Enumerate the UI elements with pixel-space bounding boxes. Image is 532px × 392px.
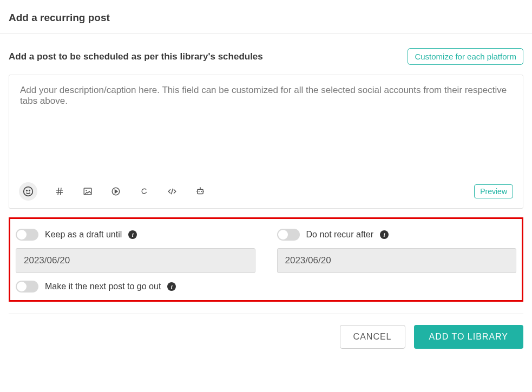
code-icon[interactable] [166,185,178,197]
draft-date-input[interactable] [16,248,255,273]
draft-toggle[interactable] [16,229,38,241]
info-icon[interactable]: i [167,282,176,291]
subheader-text: Add a post to be scheduled as per this l… [9,51,263,62]
nextpost-label: Make it the next post to go out [45,282,161,291]
add-to-library-button[interactable]: ADD TO LIBRARY [414,325,524,349]
norecur-toggle[interactable] [277,229,300,241]
image-icon[interactable] [82,185,94,197]
svg-line-6 [61,188,62,195]
ai-robot-icon[interactable] [194,185,206,197]
svg-point-8 [86,190,87,191]
emoji-icon[interactable] [19,182,37,201]
customize-per-platform-button[interactable]: Customize for each platform [408,48,523,65]
draft-label: Keep as a draft until [45,230,122,240]
preview-button[interactable]: Preview [474,184,513,198]
nextpost-toggle[interactable] [16,281,38,293]
info-icon[interactable]: i [380,230,389,239]
editor-toolbar: Preview [9,178,523,208]
info-icon[interactable]: i [128,230,137,239]
svg-line-11 [172,189,173,195]
svg-point-14 [201,191,202,192]
canva-icon[interactable] [138,185,150,197]
options-highlight-box: Keep as a draft until i Do not recur aft… [9,217,523,302]
svg-marker-10 [115,190,118,193]
page-title: Add a recurring post [0,0,532,34]
svg-point-13 [199,191,200,192]
svg-point-1 [27,190,28,191]
svg-line-5 [58,188,59,195]
svg-rect-12 [198,189,203,194]
svg-point-16 [200,187,201,188]
post-editor: Add your description/caption here. This … [9,75,523,209]
norecur-date-input[interactable] [277,248,517,273]
hashtag-icon[interactable] [54,185,65,197]
video-icon[interactable] [110,185,122,197]
norecur-label: Do not recur after [306,230,374,240]
svg-point-2 [29,190,30,191]
cancel-button[interactable]: CANCEL [340,325,405,349]
caption-textarea[interactable]: Add your description/caption here. This … [9,75,523,178]
svg-point-0 [24,187,33,196]
